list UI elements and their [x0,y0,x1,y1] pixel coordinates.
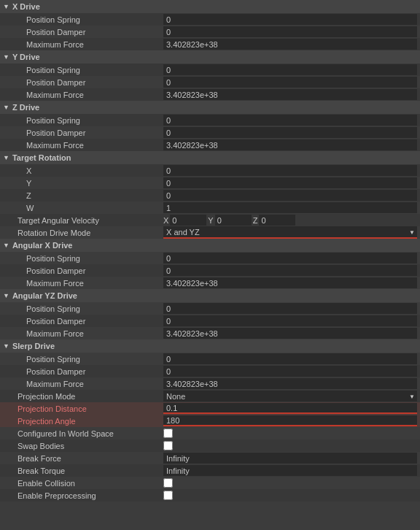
angular-x-maximum-force-label: Maximum Force [3,279,163,288]
y-drive-position-damper-label: Position Damper [3,78,163,87]
target-rotation-x-input[interactable] [163,165,417,176]
z-drive-header[interactable]: ▼ Z Drive [0,101,420,114]
enable-preprocessing-label: Enable Preprocessing [3,491,163,500]
angular-x-maximum-force-input[interactable] [163,277,417,288]
angular-velocity-z-input[interactable] [259,215,295,226]
angular-x-drive-label: Angular X Drive [12,241,73,250]
angular-x-position-damper-input[interactable] [163,265,417,276]
projection-distance-input[interactable] [163,403,417,414]
slerp-position-spring-label: Position Spring [3,355,163,364]
swap-bodies-checkbox[interactable] [163,441,173,450]
z-drive-position-spring-input[interactable] [163,115,417,126]
rotation-drive-mode-row: Rotation Drive Mode X and YZ Slerp ▼ [0,226,420,239]
slerp-drive-header[interactable]: ▼ Slerp Drive [0,339,420,353]
target-rotation-w-input[interactable] [163,202,417,213]
x-drive-maximum-force-label: Maximum Force [3,40,163,49]
angular-velocity-y-group: Y [208,215,251,226]
z-drive-position-damper-input[interactable] [163,127,417,138]
swap-bodies-checkbox-wrapper [163,441,417,450]
slerp-position-spring-input[interactable] [163,353,417,364]
z-drive-maximum-force-row: Maximum Force [0,139,420,151]
x-drive-arrow: ▼ [3,3,9,10]
enable-collision-checkbox[interactable] [163,478,173,488]
x-drive-position-spring-label: Position Spring [3,15,163,24]
break-torque-label: Break Torque [3,466,163,475]
z-drive-position-damper-row: Position Damper [0,126,420,139]
z-drive-label: Z Drive [12,103,39,112]
y-drive-maximum-force-label: Maximum Force [3,91,163,99]
y-drive-position-spring-input[interactable] [163,64,417,75]
y-drive-position-spring-row: Position Spring [0,64,420,76]
angular-x-position-damper-label: Position Damper [3,266,163,275]
slerp-position-damper-input[interactable] [163,366,417,377]
enable-preprocessing-row: Enable Preprocessing [0,489,420,502]
break-torque-input[interactable] [163,465,417,476]
angular-yz-position-damper-row: Position Damper [0,315,420,327]
angular-velocity-z-group: Z [253,215,296,226]
angular-yz-maximum-force-label: Maximum Force [3,329,163,338]
enable-collision-label: Enable Collision [3,479,163,488]
configured-in-world-space-label: Configured In World Space [3,429,163,438]
x-drive-header[interactable]: ▼ X Drive [0,0,420,13]
slerp-position-spring-row: Position Spring [0,353,420,365]
projection-distance-row: Projection Distance [0,402,420,415]
target-angular-velocity-label: Target Angular Velocity [3,216,163,225]
y-drive-header[interactable]: ▼ Y Drive [0,50,420,64]
break-force-input[interactable] [163,453,417,464]
angular-x-maximum-force-row: Maximum Force [0,277,420,289]
y-drive-label: Y Drive [12,53,40,61]
slerp-position-damper-row: Position Damper [0,365,420,377]
x-drive-position-damper-input[interactable] [163,26,417,37]
z-drive-position-damper-label: Position Damper [3,128,163,137]
angular-x-position-spring-input[interactable] [163,253,417,264]
swap-bodies-row: Swap Bodies [0,439,420,452]
angular-yz-drive-header[interactable]: ▼ Angular YZ Drive [0,289,420,302]
angular-velocity-x-input[interactable] [170,215,206,226]
angular-yz-maximum-force-input[interactable] [163,328,417,339]
slerp-position-damper-label: Position Damper [3,367,163,376]
angular-x-drive-header[interactable]: ▼ Angular X Drive [0,239,420,252]
z-drive-position-spring-row: Position Spring [0,114,420,126]
projection-angle-row: Projection Angle [0,415,420,427]
inspector-panel: ▼ X Drive Position Spring Position Dampe… [0,0,420,502]
angular-velocity-y-label: Y [208,216,213,225]
y-drive-maximum-force-input[interactable] [163,89,417,100]
rotation-drive-mode-select[interactable]: X and YZ Slerp [163,226,417,237]
target-rotation-y-input[interactable] [163,177,417,188]
projection-distance-label: Projection Distance [3,404,163,413]
angular-velocity-x-label: X [163,216,168,225]
rotation-drive-mode-dropdown-wrapper: X and YZ Slerp ▼ [163,226,417,239]
swap-bodies-label: Swap Bodies [3,442,163,450]
target-rotation-header[interactable]: ▼ Target Rotation [0,151,420,164]
angular-yz-position-damper-label: Position Damper [3,317,163,326]
angular-yz-position-spring-input[interactable] [163,303,417,314]
angular-x-drive-arrow: ▼ [3,242,9,249]
slerp-maximum-force-input[interactable] [163,378,417,389]
y-drive-position-spring-label: Position Spring [3,66,163,74]
z-drive-maximum-force-input[interactable] [163,139,417,150]
projection-mode-label: Projection Mode [3,392,163,401]
angular-x-position-damper-row: Position Damper [0,264,420,277]
projection-angle-label: Projection Angle [3,417,163,426]
angular-yz-position-spring-row: Position Spring [0,302,420,315]
target-rotation-z-input[interactable] [163,190,417,201]
configured-in-world-space-checkbox[interactable] [163,429,173,438]
target-rotation-z-label: Z [3,191,163,200]
projection-mode-select[interactable]: None Position And Rotation [163,391,417,402]
angular-yz-position-damper-input[interactable] [163,315,417,326]
enable-preprocessing-checkbox[interactable] [163,491,173,500]
y-drive-position-damper-row: Position Damper [0,76,420,88]
x-drive-maximum-force-input[interactable] [163,39,417,50]
projection-angle-input[interactable] [163,415,417,426]
angular-velocity-y-input[interactable] [215,215,252,226]
projection-mode-row: Projection Mode None Position And Rotati… [0,390,420,402]
angular-yz-drive-arrow: ▼ [3,292,9,299]
y-drive-position-damper-input[interactable] [163,77,417,88]
configured-in-world-space-checkbox-wrapper [163,429,417,438]
z-drive-arrow: ▼ [3,104,9,111]
x-drive-position-damper-label: Position Damper [3,28,163,37]
target-rotation-x-row: X [0,164,420,177]
angular-yz-drive-label: Angular YZ Drive [12,291,77,300]
x-drive-position-spring-input[interactable] [163,14,417,25]
angular-yz-position-spring-label: Position Spring [3,304,163,313]
